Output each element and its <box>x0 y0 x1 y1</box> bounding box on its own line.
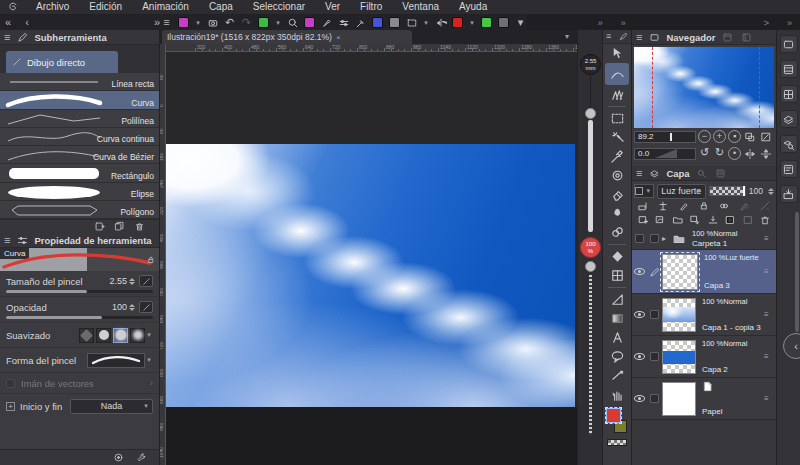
app-logo-icon[interactable] <box>0 1 26 13</box>
eyedropper-icon[interactable] <box>354 17 367 29</box>
lock-icon[interactable] <box>146 251 156 269</box>
selection-area-chevron-icon[interactable]: ▾ <box>422 19 430 27</box>
opacity-slider[interactable] <box>6 316 153 319</box>
navigator-panel-icon[interactable] <box>780 35 798 53</box>
snap-ruler-icon[interactable] <box>257 17 270 29</box>
more-commands-icon[interactable]: ▾ <box>514 17 527 29</box>
brush-size-dynamics-button[interactable] <box>139 275 153 287</box>
zoom-value-input[interactable]: 89.2 <box>634 131 696 143</box>
layers-panel-icon[interactable] <box>780 110 798 128</box>
timeline-red-icon[interactable] <box>451 17 464 29</box>
tab-list-chevron-icon[interactable]: ▾ <box>565 32 569 41</box>
layer-select-checkbox[interactable] <box>650 352 659 361</box>
tool-gradient[interactable] <box>605 309 629 328</box>
menu-ayuda[interactable]: Ayuda <box>449 0 497 14</box>
overflow-marker-icon[interactable]: » <box>787 18 792 28</box>
tool-auto-select[interactable] <box>605 128 629 147</box>
snap-ruler-chevron-icon[interactable]: ▾ <box>274 19 282 27</box>
menu-seleccionar[interactable]: Seleccionar <box>243 0 315 14</box>
layer-visibility-eye-icon[interactable] <box>634 311 645 318</box>
collapse-left-icon[interactable]: « <box>5 17 11 28</box>
smoothing-chevron-icon[interactable]: ▾ <box>145 331 153 339</box>
opacity-knob[interactable] <box>585 261 596 272</box>
layer-row-papel[interactable]: Papel≡ <box>632 378 776 420</box>
subtool-item-curva-continua[interactable]: Curva continua <box>0 128 159 146</box>
subtool-item-curva-de-bezier[interactable]: Curva de Bézier <box>0 146 159 164</box>
timeline-red-chevron-icon[interactable]: ▾ <box>468 19 476 27</box>
layer-opacity-spinner[interactable] <box>768 188 774 195</box>
onion-skin-icon[interactable] <box>480 17 493 29</box>
flip-vertical-button[interactable] <box>759 147 773 160</box>
brush-size-knob[interactable] <box>585 108 596 119</box>
material-panel-icon[interactable] <box>780 185 798 203</box>
foreground-color-swatch[interactable] <box>606 408 621 423</box>
tool-text[interactable] <box>605 328 629 347</box>
tool-marquee[interactable] <box>605 109 629 128</box>
layer-property-panel-icon[interactable] <box>780 160 798 178</box>
vector-magnet-checkbox[interactable] <box>6 379 15 388</box>
panel-menu-icon[interactable]: ≡ <box>606 31 611 42</box>
menu-ver[interactable]: Ver <box>315 0 350 14</box>
adjust-sliders-icon[interactable] <box>337 17 350 29</box>
tool-object[interactable] <box>605 44 629 63</box>
scroll-left-icon[interactable]: ‹ <box>25 17 29 28</box>
layer-search-tab-icon[interactable] <box>695 167 709 179</box>
layer-drag-handle[interactable]: ≡ <box>764 310 776 319</box>
subview-tab-icon[interactable] <box>721 31 735 43</box>
tool-curve[interactable] <box>605 63 629 85</box>
subtool-item-elipse[interactable]: Elipse <box>0 183 159 201</box>
brush-shape-preview[interactable] <box>87 353 145 368</box>
layer-drag-handle[interactable]: ≡ <box>764 234 776 243</box>
menu-edicion[interactable]: Edición <box>79 0 132 14</box>
layer-row-capa-1---copia-3[interactable]: 100 %NormalCapa 1 - copia 3≡ <box>632 294 776 336</box>
layer-thumbnail[interactable] <box>662 298 696 332</box>
redo-icon[interactable]: ↷ <box>240 17 253 29</box>
menu-ventana[interactable]: Ventana <box>392 0 449 14</box>
tool-eraser[interactable] <box>605 185 629 204</box>
tool-eyedropper[interactable] <box>605 147 629 166</box>
layer-drag-handle[interactable]: ≡ <box>764 352 776 361</box>
subtool-item-curva[interactable]: Curva <box>0 91 159 109</box>
canvas-viewport[interactable] <box>166 52 577 465</box>
opacity-spinner[interactable] <box>129 304 135 311</box>
pen-pressure-icon[interactable] <box>303 17 316 29</box>
canvas-display-color-icon[interactable] <box>177 17 190 29</box>
overflow-marker-icon[interactable]: » <box>621 18 626 28</box>
menu-archivo[interactable]: Archivo <box>26 0 79 14</box>
subtool-item-rectangulo[interactable]: Rectángulo <box>0 164 159 182</box>
layer-property-tab-icon[interactable] <box>714 167 728 179</box>
menu-filtro[interactable]: Filtro <box>350 0 392 14</box>
wrench-settings-icon[interactable] <box>136 449 147 465</box>
add-subtool-icon[interactable] <box>94 218 105 236</box>
tool-mix[interactable] <box>605 223 629 242</box>
layer-row-carpeta-1[interactable]: ▸100 %NormalCarpeta 1≡ <box>632 228 776 250</box>
layer-visibility-eye-icon[interactable] <box>634 268 645 275</box>
canvas-display-color-chevron-icon[interactable]: ▾ <box>194 19 202 27</box>
subtool-item-linea-recta[interactable]: Línea recta <box>0 73 159 91</box>
rotate-left-button[interactable]: ↺ <box>698 147 711 160</box>
opacity-value[interactable]: 100 <box>101 302 127 312</box>
tool-blend[interactable] <box>605 204 629 223</box>
opacity-dynamics-button[interactable] <box>139 301 153 313</box>
start-end-dropdown[interactable]: Nada ▾ <box>70 399 153 414</box>
layer-drag-handle[interactable]: ≡ <box>764 394 776 403</box>
menu-capa[interactable]: Capa <box>199 0 243 14</box>
smoothing-option-none[interactable] <box>79 328 94 343</box>
canvas-artwork[interactable] <box>166 144 575 407</box>
flip-horizontal-icon[interactable] <box>434 17 447 29</box>
pen-nib-icon[interactable] <box>320 17 333 29</box>
brush-size-slider[interactable] <box>6 290 153 293</box>
navigator-thumbnail[interactable] <box>634 47 774 128</box>
subtool-item-polilinea[interactable]: Polilínea <box>0 110 159 128</box>
reset-tool-icon[interactable] <box>113 449 124 465</box>
transparent-color-swatch[interactable] <box>607 439 627 446</box>
quick-access-tab-icon[interactable] <box>740 31 754 43</box>
start-end-expand-icon[interactable]: + <box>6 402 15 411</box>
layer-select-checkbox[interactable] <box>650 310 659 319</box>
smoothing-option-high[interactable] <box>130 328 145 343</box>
layer-thumbnail[interactable] <box>662 254 698 290</box>
delete-subtool-icon[interactable] <box>134 218 145 236</box>
tab-dibujo-directo[interactable]: Dibujo directo <box>6 51 118 73</box>
document-tab[interactable]: Ilustración19* (1516 x 822px 350dpi 82.1… <box>162 30 412 44</box>
subview-panel-icon[interactable] <box>780 60 798 78</box>
